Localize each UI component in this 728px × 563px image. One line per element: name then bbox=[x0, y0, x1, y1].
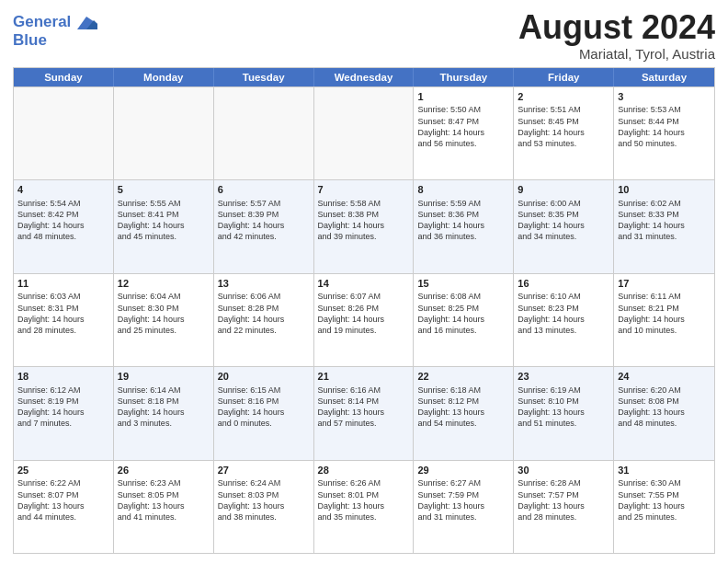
day-of-week-saturday: Saturday bbox=[614, 68, 714, 86]
sunrise-text: Sunrise: 5:53 AM bbox=[618, 104, 711, 115]
sunset-text: Sunset: 8:30 PM bbox=[118, 303, 210, 314]
sunrise-text: Sunrise: 5:55 AM bbox=[118, 198, 210, 209]
sunrise-text: Sunrise: 6:20 AM bbox=[618, 385, 711, 396]
day-cell-11: 11Sunrise: 6:03 AMSunset: 8:31 PMDayligh… bbox=[14, 274, 114, 366]
sun-info: Sunrise: 6:02 AMSunset: 8:33 PMDaylight:… bbox=[618, 198, 711, 243]
day-number: 15 bbox=[417, 277, 509, 291]
sun-info: Sunrise: 6:22 AMSunset: 8:07 PMDaylight:… bbox=[17, 477, 109, 523]
sunset-text: Sunset: 7:57 PM bbox=[518, 489, 609, 500]
day-number: 6 bbox=[218, 183, 310, 197]
sunset-text: Sunset: 8:19 PM bbox=[17, 396, 109, 407]
daylight-text: Daylight: 14 hours and 36 minutes. bbox=[417, 220, 509, 242]
sun-info: Sunrise: 6:07 AMSunset: 8:26 PMDaylight:… bbox=[318, 291, 410, 336]
sunrise-text: Sunrise: 5:51 AM bbox=[518, 104, 609, 115]
sunset-text: Sunset: 8:39 PM bbox=[218, 209, 310, 220]
day-cell-15: 15Sunrise: 6:08 AMSunset: 8:25 PMDayligh… bbox=[414, 274, 514, 366]
sunrise-text: Sunrise: 6:00 AM bbox=[518, 198, 609, 209]
sunset-text: Sunset: 8:47 PM bbox=[417, 116, 509, 127]
day-number: 21 bbox=[318, 370, 410, 384]
sunrise-text: Sunrise: 6:12 AM bbox=[17, 385, 109, 396]
sun-info: Sunrise: 5:50 AMSunset: 8:47 PMDaylight:… bbox=[417, 104, 509, 149]
daylight-text: Daylight: 14 hours and 13 minutes. bbox=[518, 314, 609, 336]
sunrise-text: Sunrise: 6:02 AM bbox=[618, 198, 711, 209]
sun-info: Sunrise: 5:59 AMSunset: 8:36 PMDaylight:… bbox=[417, 198, 509, 243]
daylight-text: Daylight: 14 hours and 39 minutes. bbox=[318, 220, 410, 242]
sunrise-text: Sunrise: 6:08 AM bbox=[417, 291, 509, 302]
sun-info: Sunrise: 5:55 AMSunset: 8:41 PMDaylight:… bbox=[118, 198, 210, 243]
day-cell-25: 25Sunrise: 6:22 AMSunset: 8:07 PMDayligh… bbox=[14, 461, 114, 553]
sun-info: Sunrise: 6:06 AMSunset: 8:28 PMDaylight:… bbox=[218, 291, 310, 336]
week-row-2: 4Sunrise: 5:54 AMSunset: 8:42 PMDaylight… bbox=[14, 179, 714, 272]
sun-info: Sunrise: 6:03 AMSunset: 8:31 PMDaylight:… bbox=[17, 291, 109, 336]
week-row-5: 25Sunrise: 6:22 AMSunset: 8:07 PMDayligh… bbox=[14, 460, 714, 553]
day-cell-5: 5Sunrise: 5:55 AMSunset: 8:41 PMDaylight… bbox=[114, 180, 214, 272]
day-cell-3: 3Sunrise: 5:53 AMSunset: 8:44 PMDaylight… bbox=[614, 87, 714, 179]
sunset-text: Sunset: 8:31 PM bbox=[17, 303, 109, 314]
empty-cell bbox=[14, 87, 114, 179]
day-of-week-thursday: Thursday bbox=[414, 68, 514, 86]
day-cell-16: 16Sunrise: 6:10 AMSunset: 8:23 PMDayligh… bbox=[514, 274, 614, 366]
day-number: 31 bbox=[618, 464, 711, 477]
day-cell-18: 18Sunrise: 6:12 AMSunset: 8:19 PMDayligh… bbox=[14, 367, 114, 459]
sunrise-text: Sunrise: 6:07 AM bbox=[318, 291, 410, 302]
day-cell-19: 19Sunrise: 6:14 AMSunset: 8:18 PMDayligh… bbox=[114, 367, 214, 459]
sunset-text: Sunset: 8:45 PM bbox=[518, 116, 609, 127]
day-number: 4 bbox=[17, 183, 109, 197]
day-number: 7 bbox=[318, 183, 410, 197]
day-cell-4: 4Sunrise: 5:54 AMSunset: 8:42 PMDaylight… bbox=[14, 180, 114, 272]
sunset-text: Sunset: 8:44 PM bbox=[618, 116, 711, 127]
sunrise-text: Sunrise: 5:59 AM bbox=[417, 198, 509, 209]
sunrise-text: Sunrise: 5:54 AM bbox=[17, 198, 109, 209]
daylight-text: Daylight: 13 hours and 44 minutes. bbox=[17, 500, 109, 523]
day-cell-24: 24Sunrise: 6:20 AMSunset: 8:08 PMDayligh… bbox=[614, 367, 714, 459]
daylight-text: Daylight: 14 hours and 28 minutes. bbox=[17, 314, 109, 336]
daylight-text: Daylight: 13 hours and 57 minutes. bbox=[318, 407, 410, 429]
sunrise-text: Sunrise: 5:57 AM bbox=[218, 198, 310, 209]
day-number: 26 bbox=[118, 464, 210, 477]
sunset-text: Sunset: 8:23 PM bbox=[518, 303, 609, 314]
day-cell-31: 31Sunrise: 6:30 AMSunset: 7:55 PMDayligh… bbox=[614, 461, 714, 553]
logo-text: General bbox=[13, 13, 97, 31]
sunset-text: Sunset: 8:38 PM bbox=[318, 209, 410, 220]
daylight-text: Daylight: 14 hours and 45 minutes. bbox=[118, 220, 210, 242]
sunset-text: Sunset: 8:26 PM bbox=[318, 303, 410, 314]
title-block: August 2024 Mariatal, Tyrol, Austria bbox=[518, 9, 715, 62]
day-cell-17: 17Sunrise: 6:11 AMSunset: 8:21 PMDayligh… bbox=[614, 274, 714, 366]
sunset-text: Sunset: 8:42 PM bbox=[17, 209, 109, 220]
logo: General Blue bbox=[13, 13, 97, 49]
sunrise-text: Sunrise: 6:19 AM bbox=[518, 385, 609, 396]
sunrise-text: Sunrise: 6:15 AM bbox=[218, 385, 310, 396]
daylight-text: Daylight: 14 hours and 50 minutes. bbox=[618, 127, 711, 149]
sun-info: Sunrise: 6:10 AMSunset: 8:23 PMDaylight:… bbox=[518, 291, 609, 336]
day-cell-8: 8Sunrise: 5:59 AMSunset: 8:36 PMDaylight… bbox=[414, 180, 514, 272]
sun-info: Sunrise: 6:26 AMSunset: 8:01 PMDaylight:… bbox=[318, 477, 410, 523]
daylight-text: Daylight: 14 hours and 31 minutes. bbox=[618, 220, 711, 242]
daylight-text: Daylight: 13 hours and 31 minutes. bbox=[417, 500, 509, 523]
sunset-text: Sunset: 8:28 PM bbox=[218, 303, 310, 314]
sun-info: Sunrise: 6:27 AMSunset: 7:59 PMDaylight:… bbox=[417, 477, 509, 523]
day-number: 22 bbox=[417, 370, 509, 384]
daylight-text: Daylight: 14 hours and 0 minutes. bbox=[218, 407, 310, 429]
sun-info: Sunrise: 6:30 AMSunset: 7:55 PMDaylight:… bbox=[618, 477, 711, 523]
sunset-text: Sunset: 8:08 PM bbox=[618, 396, 711, 407]
sunset-text: Sunset: 8:41 PM bbox=[118, 209, 210, 220]
day-cell-29: 29Sunrise: 6:27 AMSunset: 7:59 PMDayligh… bbox=[414, 461, 514, 553]
sunrise-text: Sunrise: 6:11 AM bbox=[618, 291, 711, 302]
sunset-text: Sunset: 7:55 PM bbox=[618, 489, 711, 500]
daylight-text: Daylight: 13 hours and 28 minutes. bbox=[518, 500, 609, 523]
sunset-text: Sunset: 8:16 PM bbox=[218, 396, 310, 407]
day-number: 20 bbox=[218, 370, 310, 384]
day-number: 10 bbox=[618, 183, 711, 197]
calendar-body: 1Sunrise: 5:50 AMSunset: 8:47 PMDaylight… bbox=[14, 86, 714, 553]
daylight-text: Daylight: 14 hours and 22 minutes. bbox=[218, 314, 310, 336]
sunset-text: Sunset: 8:12 PM bbox=[417, 396, 509, 407]
sunset-text: Sunset: 8:33 PM bbox=[618, 209, 711, 220]
day-of-week-monday: Monday bbox=[114, 68, 214, 86]
day-number: 18 bbox=[17, 370, 109, 384]
sunset-text: Sunset: 8:25 PM bbox=[417, 303, 509, 314]
day-number: 13 bbox=[218, 277, 310, 291]
day-cell-13: 13Sunrise: 6:06 AMSunset: 8:28 PMDayligh… bbox=[214, 274, 314, 366]
day-cell-9: 9Sunrise: 6:00 AMSunset: 8:35 PMDaylight… bbox=[514, 180, 614, 272]
daylight-text: Daylight: 14 hours and 7 minutes. bbox=[17, 407, 109, 429]
week-row-4: 18Sunrise: 6:12 AMSunset: 8:19 PMDayligh… bbox=[14, 366, 714, 459]
